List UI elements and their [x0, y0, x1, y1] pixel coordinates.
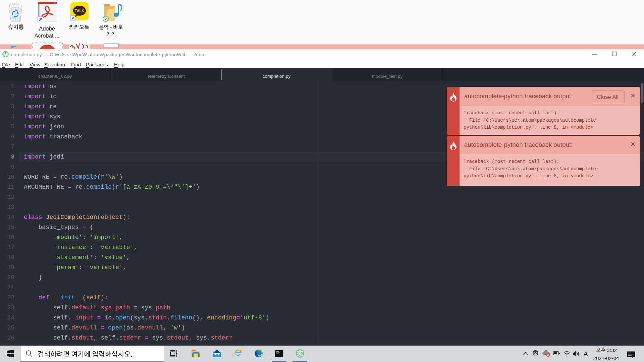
svg-text:TALK: TALK: [75, 9, 85, 13]
svg-text:A: A: [584, 350, 588, 357]
